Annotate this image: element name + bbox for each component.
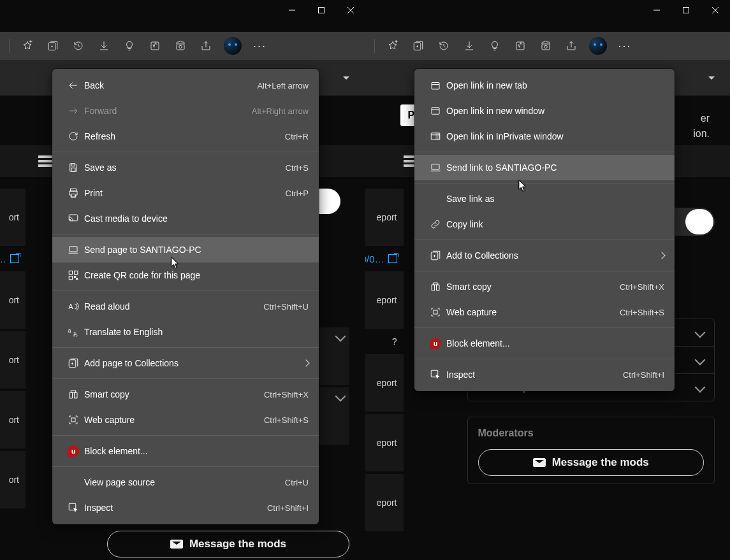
menu-item-web-capture[interactable]: Web captureCtrl+Shift+S <box>52 407 319 433</box>
feed-item[interactable]: eport <box>365 271 404 331</box>
collections-icon[interactable] <box>407 34 430 57</box>
readaloud-icon: A <box>62 301 84 312</box>
feed-item[interactable]: ort <box>0 391 26 451</box>
menu-item-cast-media-to-device[interactable]: Cast media to device <box>52 206 319 231</box>
maximize-button[interactable] <box>671 0 701 20</box>
toolbar-more-button[interactable]: ··· <box>248 39 272 53</box>
report-label: eport <box>377 295 397 305</box>
menu-item-shortcut: Ctrl+Shift+U <box>253 302 309 312</box>
maximize-button[interactable] <box>307 0 336 20</box>
feed-item[interactable]: eport <box>365 189 404 248</box>
menu-item-smart-copy[interactable]: Smart copyCtrl+Shift+X <box>52 382 319 407</box>
favorites-icon[interactable] <box>16 34 39 57</box>
menu-item-block-element[interactable]: uBlock element... <box>52 438 319 464</box>
menu-item-add-page-to-collections[interactable]: Add page to Collections <box>52 350 319 376</box>
collections-icon[interactable] <box>41 34 64 57</box>
profile-avatar[interactable] <box>589 37 607 55</box>
downloads-icon[interactable] <box>458 34 481 57</box>
message-mods-button[interactable]: Message the mods <box>478 449 704 476</box>
menu-item-refresh[interactable]: RefreshCtrl+R <box>52 124 319 149</box>
menu-item-inspect[interactable]: InspectCtrl+Shift+I <box>52 495 319 521</box>
menu-item-print[interactable]: PrintCtrl+P <box>52 180 319 206</box>
feed-item[interactable]: eport <box>365 414 404 474</box>
minimize-button[interactable] <box>642 0 671 20</box>
close-button[interactable] <box>336 0 365 20</box>
feed-item[interactable]: eport <box>365 474 404 534</box>
menu-item-copy-link[interactable]: Copy link <box>414 212 675 237</box>
menu-icon[interactable] <box>38 155 54 167</box>
feed-column: ort 20/0… ort ort ort ort <box>0 189 26 511</box>
menu-item-open-link-in-new-tab[interactable]: Open link in new tab <box>414 73 675 98</box>
inspect-icon <box>425 369 446 380</box>
screenshot-icon[interactable] <box>534 34 557 57</box>
feed-item[interactable]: ort <box>0 271 26 331</box>
minimize-button[interactable] <box>277 0 307 20</box>
svg-rect-43 <box>77 278 78 280</box>
menu-item-label: Add to Collections <box>446 250 659 261</box>
feed-item[interactable]: ort <box>0 451 26 511</box>
menu-item-label: Save link as <box>446 194 664 204</box>
toolbar-more-button[interactable]: ··· <box>613 39 637 53</box>
menu-separator <box>414 359 675 359</box>
downloads-icon[interactable] <box>92 34 115 57</box>
dropdown-caret-icon[interactable] <box>343 76 349 80</box>
menu-item-back[interactable]: BackAlt+Left arrow <box>52 73 319 98</box>
history-icon[interactable] <box>67 34 90 57</box>
menu-separator <box>52 291 319 291</box>
external-link-icon <box>10 254 19 263</box>
menu-item-save-as[interactable]: Save asCtrl+S <box>52 155 319 180</box>
feed-item[interactable]: ort <box>0 189 26 248</box>
svg-rect-39 <box>69 271 72 274</box>
external-link-icon <box>388 254 397 263</box>
smartcopy-icon <box>425 281 446 292</box>
feed-item[interactable]: eport <box>365 354 404 414</box>
ideas-icon[interactable] <box>483 34 506 57</box>
share-icon[interactable] <box>194 34 217 57</box>
menu-item-create-qr-code-for-this-page[interactable]: Create QR code for this page <box>52 262 319 288</box>
outgoing-link[interactable]: 20/0… <box>0 254 19 264</box>
menu-item-add-to-collections[interactable]: Add to Collections <box>414 243 675 268</box>
menu-item-label: Send link to SANTIAGO-PC <box>446 162 664 173</box>
menu-item-send-link-to-santiago-pc[interactable]: Send link to SANTIAGO-PC <box>414 155 675 180</box>
menu-item-open-link-in-new-window[interactable]: Open link in new window <box>414 98 675 124</box>
menu-item-block-element[interactable]: uBlock element... <box>414 331 675 356</box>
feed-item[interactable]: ? <box>365 331 404 354</box>
menu-item-label: Print <box>84 188 275 198</box>
menu-item-label: Smart copy <box>446 282 610 292</box>
close-button[interactable] <box>701 0 730 20</box>
menu-item-save-link-as[interactable]: Save link as <box>414 186 675 212</box>
ideas-icon[interactable] <box>118 34 141 57</box>
report-label: eport <box>377 378 397 388</box>
collapse-chevron-icon[interactable] <box>335 331 346 342</box>
menu-item-label: Web capture <box>446 307 610 317</box>
collapse-chevron-icon[interactable] <box>335 391 346 402</box>
outgoing-link[interactable]: 20/0… <box>365 254 397 264</box>
menu-item-shortcut: Ctrl+Shift+X <box>610 282 664 292</box>
menu-item-web-capture[interactable]: Web captureCtrl+Shift+S <box>414 299 675 325</box>
math-solver-icon[interactable] <box>509 34 532 57</box>
history-icon[interactable] <box>432 34 455 57</box>
feed-item[interactable]: 20/0… <box>0 248 26 271</box>
menu-item-inspect[interactable]: InspectCtrl+Shift+I <box>414 362 675 387</box>
report-label: eport <box>377 212 397 222</box>
screenshot-icon[interactable] <box>169 34 192 57</box>
titlebar <box>0 0 365 32</box>
feed-item[interactable]: 20/0… <box>365 248 404 271</box>
math-solver-icon[interactable] <box>143 34 166 57</box>
svg-rect-1 <box>318 8 324 13</box>
menu-item-view-page-source[interactable]: View page sourceCtrl+U <box>52 470 319 495</box>
menu-item-label: Forward <box>84 106 242 116</box>
menu-item-read-aloud[interactable]: ARead aloudCtrl+Shift+U <box>52 294 319 319</box>
menu-item-label: Open link in new tab <box>446 80 664 90</box>
share-icon[interactable] <box>560 34 583 57</box>
menu-item-smart-copy[interactable]: Smart copyCtrl+Shift+X <box>414 274 675 299</box>
favorites-icon[interactable] <box>381 34 404 57</box>
dropdown-caret-icon[interactable] <box>708 76 715 80</box>
cast-icon <box>62 213 84 224</box>
menu-item-translate-to-english[interactable]: aあTranslate to English <box>52 319 319 345</box>
feed-item[interactable]: ort <box>0 331 26 391</box>
message-mods-button[interactable]: Message the mods <box>107 531 349 557</box>
menu-item-send-page-to-santiago-pc[interactable]: Send page to SANTIAGO-PC <box>52 237 319 262</box>
menu-item-open-link-in-inprivate-window[interactable]: Open link in InPrivate window <box>414 124 675 149</box>
profile-avatar[interactable] <box>224 37 242 55</box>
